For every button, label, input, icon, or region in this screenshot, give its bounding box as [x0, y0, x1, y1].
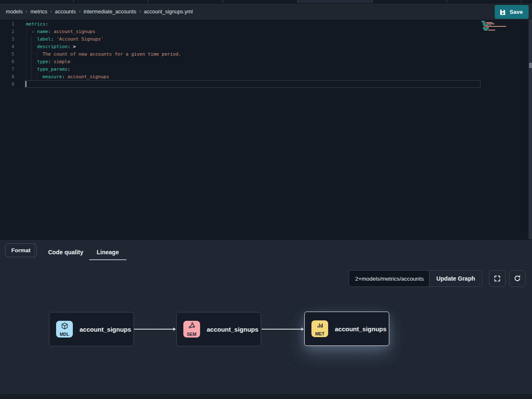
- minimap-line: [481, 26, 508, 27]
- breadcrumb-item[interactable]: models: [6, 9, 23, 15]
- update-graph-button[interactable]: Update Graph: [429, 270, 482, 287]
- code-token: -: [31, 29, 37, 34]
- breadcrumb-item[interactable]: metrics: [31, 9, 47, 15]
- metric-chart-icon: [316, 322, 324, 331]
- indent-guide: [26, 51, 31, 58]
- code-line[interactable]: 6type: simple: [0, 58, 532, 66]
- tab-code-quality[interactable]: Code quality: [48, 240, 83, 265]
- save-icon: [499, 9, 506, 15]
- chevron-right-icon: ›: [50, 8, 52, 14]
- indent-guide: [26, 28, 31, 36]
- code-token: :: [48, 59, 51, 64]
- lineage-node-mdl[interactable]: MDLaccount_signups: [49, 312, 134, 346]
- code-line[interactable]: 1metrics:: [0, 20, 532, 28]
- save-button[interactable]: Save: [495, 5, 529, 19]
- minimap-line: [481, 25, 508, 26]
- indent-guide: [37, 73, 42, 81]
- breadcrumb-item[interactable]: accounts: [55, 9, 76, 15]
- refresh-button[interactable]: [509, 270, 526, 287]
- fullscreen-button[interactable]: [489, 270, 506, 287]
- fullscreen-icon: [493, 275, 501, 282]
- lineage-graph[interactable]: Update Graph M: [0, 265, 532, 399]
- window-tab[interactable]: [149, 0, 223, 3]
- indent-guide: [31, 58, 37, 66]
- app-window: models›metrics›accounts›intermediate_acc…: [0, 0, 532, 399]
- node-label: account_signups: [207, 326, 258, 333]
- minimap-line: [481, 28, 508, 29]
- line-number: 8: [0, 73, 14, 81]
- code-token: metrics: [26, 21, 45, 27]
- tab-bar-divider: [34, 242, 35, 259]
- file-header-bar: models›metrics›accounts›intermediate_acc…: [0, 3, 532, 20]
- code-line[interactable]: 2- name: account_signups: [0, 28, 532, 36]
- code-line[interactable]: 8measure: account_signups: [0, 73, 532, 81]
- code-line[interactable]: 5The count of new accounts for a given t…: [0, 51, 532, 58]
- node-label: account_signups: [80, 326, 131, 333]
- line-number: 7: [0, 66, 14, 73]
- bottom-shade: [0, 394, 532, 399]
- indent-guide: [26, 43, 31, 51]
- line-number: 2: [0, 28, 14, 36]
- lineage-node-sem[interactable]: SEMaccount_signups: [176, 312, 261, 346]
- minimap-line: [481, 30, 508, 31]
- model-cube-icon: [61, 322, 69, 332]
- code-token: type_params: [37, 66, 67, 72]
- breadcrumb: models›metrics›accounts›intermediate_acc…: [6, 8, 193, 15]
- code-token: :: [62, 74, 65, 79]
- window-tab[interactable]: [0, 0, 74, 3]
- chevron-right-icon: ›: [139, 8, 141, 14]
- code-token: type: [37, 59, 48, 64]
- code-line[interactable]: 4description: >: [0, 43, 532, 51]
- window-tab[interactable]: [447, 0, 522, 3]
- line-number: 1: [0, 20, 14, 28]
- text-cursor: [26, 81, 26, 87]
- line-number: 9: [0, 81, 14, 88]
- tab-lineage[interactable]: Lineage: [97, 240, 119, 265]
- window-tab-strip: [0, 0, 532, 3]
- editor-scrollbar[interactable]: [528, 20, 532, 239]
- lineage-edge: [262, 329, 303, 330]
- minimap-line: [481, 31, 508, 32]
- code-token: :: [48, 29, 51, 34]
- indent-guide: [31, 73, 37, 81]
- panel-tab-bar: Format Code qualityLineage: [0, 240, 532, 265]
- minimap[interactable]: [481, 21, 508, 32]
- indent-guide: [26, 73, 31, 81]
- lineage-edge: [134, 329, 175, 330]
- code-token: :: [67, 44, 70, 49]
- code-token: >: [73, 44, 76, 49]
- indent-guide: [26, 36, 31, 43]
- code-token: 'Account Signups': [54, 36, 103, 42]
- window-tab[interactable]: [373, 0, 447, 3]
- code-token: label: [37, 36, 51, 42]
- format-button[interactable]: Format: [5, 243, 37, 257]
- lineage-selector-input[interactable]: [349, 270, 429, 287]
- code-token: :: [67, 66, 70, 72]
- code-token: :: [45, 21, 48, 27]
- window-tab[interactable]: [223, 0, 298, 3]
- breadcrumb-item[interactable]: intermediate_accounts: [84, 9, 136, 15]
- indent-guide: [26, 58, 31, 66]
- node-type-label: MET: [315, 332, 324, 336]
- scrollbar-thumb[interactable]: [529, 63, 532, 68]
- lineage-node-met[interactable]: METaccount_signups: [304, 312, 389, 346]
- lineage-controls: Update Graph: [349, 270, 526, 287]
- node-type-badge: MDL: [56, 321, 73, 338]
- window-tab-active[interactable]: [298, 0, 373, 3]
- code-editor[interactable]: 1metrics:2- name: account_signups3label:…: [0, 20, 532, 239]
- node-type-badge: SEM: [183, 321, 200, 338]
- code-token: description: [37, 44, 67, 49]
- chevron-right-icon: ›: [26, 8, 27, 14]
- code-line[interactable]: 3label: 'Account Signups': [0, 36, 532, 43]
- breadcrumb-item[interactable]: account_signups.yml: [144, 9, 193, 15]
- line-number: 3: [0, 36, 14, 43]
- indent-guide: [31, 51, 37, 58]
- code-line-current[interactable]: 9: [0, 81, 532, 88]
- node-type-badge: MET: [311, 320, 328, 337]
- window-tab[interactable]: [74, 0, 149, 3]
- code-line[interactable]: 7type_params:: [0, 66, 532, 73]
- line-number: 6: [0, 58, 14, 66]
- semantic-model-icon: [188, 322, 196, 332]
- window-tab[interactable]: [522, 0, 532, 3]
- node-label: account_signups: [335, 325, 386, 332]
